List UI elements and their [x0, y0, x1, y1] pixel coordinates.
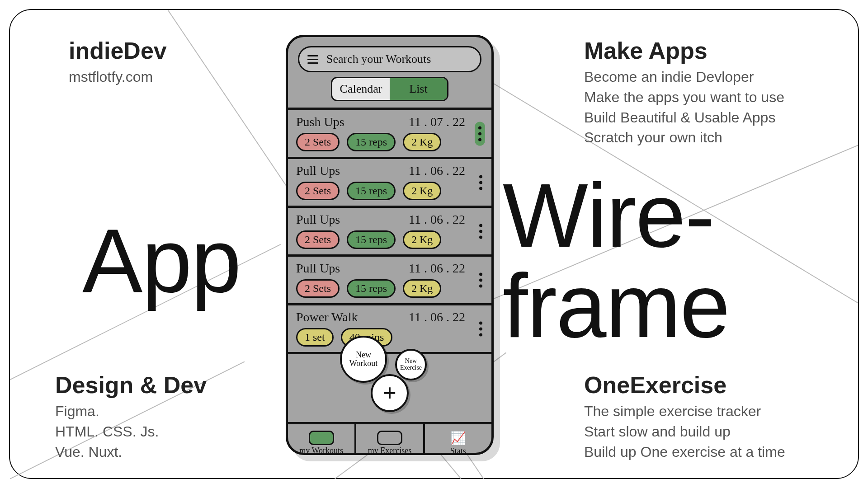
- workout-date: 11 . 06 . 22: [409, 261, 465, 276]
- promo-card: indieDev mstflotfy.com Make Apps Become …: [9, 9, 859, 479]
- pill-sets: 2 Sets: [296, 133, 340, 151]
- exercises-icon: [377, 431, 402, 445]
- oneexercise-title: OneExercise: [584, 371, 864, 399]
- row-menu-icon[interactable]: [476, 269, 485, 291]
- workout-row[interactable]: Power Walk11 . 06 . 221 set40 mins: [288, 305, 491, 354]
- block-make-apps: Make Apps Become an indie Devloper Make …: [584, 37, 851, 148]
- fab-new-workout[interactable]: New Workout: [340, 336, 387, 383]
- design-dev-line: Figma.: [55, 401, 207, 422]
- pill-extra: 2 Kg: [403, 182, 441, 200]
- headline-wireframe-2: frame: [503, 254, 729, 358]
- bottom-nav: my Workouts my Exercises 📈 Stats: [288, 422, 491, 455]
- stats-icon: 📈: [450, 431, 466, 446]
- workout-date: 11 . 06 . 22: [409, 310, 465, 324]
- workout-date: 11 . 06 . 22: [409, 164, 465, 178]
- workout-date: 11 . 07 . 22: [409, 115, 465, 129]
- design-dev-line: Vue. Nuxt.: [55, 442, 207, 462]
- view-tabs: Calendar List: [331, 77, 448, 101]
- workout-name: Pull Ups: [296, 261, 340, 276]
- oneexercise-line: Start slow and build up: [584, 422, 864, 442]
- design-dev-line: HTML. CSS. Js.: [55, 422, 207, 442]
- nav-label: Stats: [450, 446, 466, 455]
- workout-list: Push Ups11 . 07 . 222 Sets15 reps2 KgPul…: [288, 110, 491, 354]
- nav-label: my Exercises: [368, 446, 411, 455]
- pill-sets: 2 Sets: [296, 279, 340, 298]
- block-indiedev: indieDev mstflotfy.com: [69, 37, 167, 87]
- fab-new-exercise[interactable]: New Exercise: [395, 349, 427, 380]
- headline-wireframe-1: Wire-: [503, 164, 714, 267]
- pill-extra: 2 Kg: [403, 230, 441, 249]
- pill-extra: 2 Kg: [403, 279, 441, 298]
- phone-wireframe: Search your Workouts Calendar List Push …: [286, 35, 494, 455]
- design-dev-title: Design & Dev: [55, 371, 207, 399]
- nav-my-exercises[interactable]: my Exercises: [356, 424, 425, 455]
- pill-reps: 15 reps: [347, 230, 396, 249]
- oneexercise-line: Build up One exercise at a time: [584, 442, 864, 462]
- make-apps-title: Make Apps: [584, 37, 851, 64]
- row-menu-icon[interactable]: [475, 122, 485, 145]
- workout-row[interactable]: Pull Ups11 . 06 . 222 Sets15 reps2 Kg: [288, 159, 491, 208]
- nav-stats[interactable]: 📈 Stats: [425, 424, 491, 455]
- nav-my-workouts[interactable]: my Workouts: [288, 424, 356, 455]
- workout-date: 11 . 06 . 22: [409, 212, 465, 227]
- row-menu-icon[interactable]: [476, 220, 485, 242]
- indiedev-title: indieDev: [69, 37, 167, 64]
- pill-reps: 15 reps: [347, 279, 396, 298]
- pill-reps: 15 reps: [347, 133, 396, 151]
- tab-list[interactable]: List: [390, 78, 447, 100]
- workout-row[interactable]: Pull Ups11 . 06 . 222 Sets15 reps2 Kg: [288, 208, 491, 257]
- nav-label: my Workouts: [299, 446, 343, 455]
- block-oneexercise: OneExercise The simple exercise tracker …: [584, 371, 864, 462]
- pill-sets: 2 Sets: [296, 182, 340, 200]
- search-placeholder: Search your Workouts: [326, 52, 431, 66]
- make-apps-line: Scratch your own itch: [584, 127, 851, 148]
- pill-sets: 1 set: [296, 328, 334, 347]
- block-design-dev: Design & Dev Figma. HTML. CSS. Js. Vue. …: [55, 371, 207, 462]
- row-menu-icon[interactable]: [476, 318, 485, 340]
- pill-extra: 2 Kg: [403, 133, 441, 151]
- pill-reps: 15 reps: [347, 182, 396, 200]
- oneexercise-line: The simple exercise tracker: [584, 401, 864, 422]
- indiedev-sub: mstflotfy.com: [69, 67, 167, 87]
- search-bar[interactable]: Search your Workouts: [298, 46, 481, 72]
- workout-name: Push Ups: [296, 115, 344, 129]
- workout-name: Pull Ups: [296, 212, 340, 227]
- make-apps-line: Build Beautiful & Usable Apps: [584, 108, 851, 128]
- pill-sets: 2 Sets: [296, 230, 340, 249]
- hamburger-icon[interactable]: [307, 55, 318, 64]
- workout-name: Power Walk: [296, 310, 358, 324]
- workout-row[interactable]: Push Ups11 . 07 . 222 Sets15 reps2 Kg: [288, 110, 491, 159]
- workout-name: Pull Ups: [296, 164, 340, 178]
- make-apps-line: Make the apps you want to use: [584, 87, 851, 108]
- row-menu-icon[interactable]: [476, 171, 485, 193]
- workout-row[interactable]: Pull Ups11 . 06 . 222 Sets15 reps2 Kg: [288, 257, 491, 305]
- make-apps-line: Become an indie Devloper: [584, 67, 851, 87]
- headline-app: App: [82, 209, 241, 313]
- fab-add[interactable]: +: [371, 374, 409, 412]
- tab-calendar[interactable]: Calendar: [332, 78, 390, 100]
- workouts-icon: [309, 431, 334, 445]
